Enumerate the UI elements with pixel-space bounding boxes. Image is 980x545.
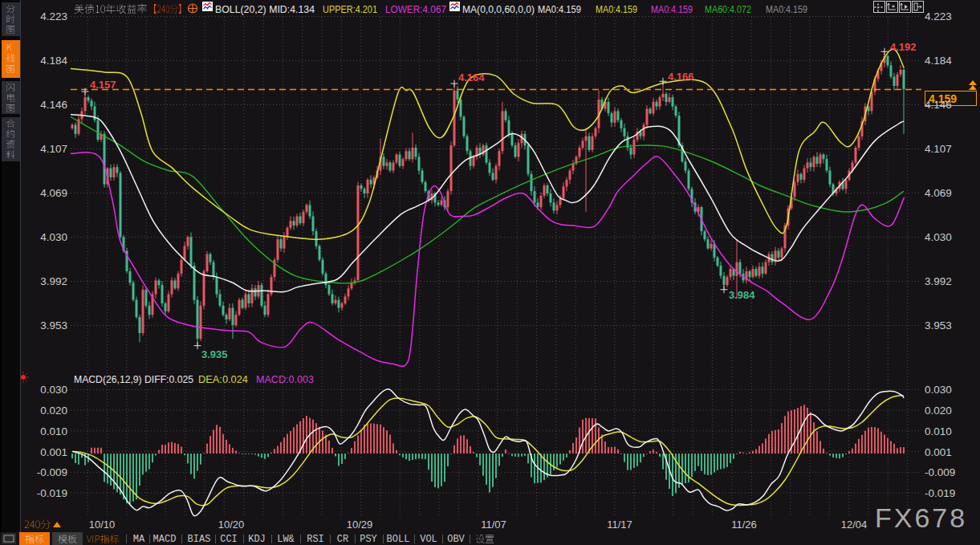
svg-text:BOLL(20,2) MID:4.134: BOLL(20,2) MID:4.134 [215, 3, 315, 15]
svg-text:0.030: 0.030 [40, 384, 67, 396]
svg-text:BIAS: BIAS [188, 534, 211, 545]
svg-text:3.953: 3.953 [925, 319, 952, 331]
svg-text:UPPER:4.201: UPPER:4.201 [323, 3, 377, 15]
svg-text:0.001: 0.001 [40, 446, 67, 458]
svg-text:4.223: 4.223 [925, 10, 952, 22]
svg-text:MA60:4.072: MA60:4.072 [705, 3, 751, 15]
svg-text:OBV: OBV [447, 534, 465, 545]
svg-text:0.020: 0.020 [40, 405, 67, 417]
svg-text:FX678: FX678 [875, 502, 967, 533]
svg-text:4.030: 4.030 [925, 231, 952, 243]
svg-text:4.069: 4.069 [925, 187, 952, 199]
svg-text:4.184: 4.184 [925, 55, 952, 67]
svg-text:-0.009: -0.009 [925, 466, 955, 478]
svg-text:VOL: VOL [420, 534, 437, 545]
svg-text:CCI: CCI [220, 534, 238, 545]
svg-text:KDJ: KDJ [248, 534, 266, 545]
svg-text:4.223: 4.223 [40, 10, 67, 22]
svg-text:MA0:4.159: MA0:4.159 [596, 3, 637, 15]
svg-text:MA0:4.159: MA0:4.159 [651, 3, 693, 15]
svg-text:-0.009: -0.009 [37, 466, 67, 478]
svg-text:4.069: 4.069 [40, 187, 67, 199]
svg-text:MA: MA [133, 534, 145, 545]
svg-text:11/07: 11/07 [481, 519, 506, 531]
svg-text:4.030: 4.030 [40, 231, 67, 243]
svg-text:MA0:4.159: MA0:4.159 [538, 3, 581, 15]
svg-text:4.157: 4.157 [90, 79, 116, 91]
svg-text:LOWER:4.067: LOWER:4.067 [385, 3, 446, 15]
svg-text:11/26: 11/26 [731, 519, 757, 531]
svg-text:4.146: 4.146 [925, 99, 952, 111]
svg-text:4.164: 4.164 [458, 71, 485, 83]
svg-text:4.107: 4.107 [925, 143, 952, 155]
svg-text:DEA:0.024: DEA:0.024 [198, 373, 248, 385]
svg-text:0.001: 0.001 [925, 446, 952, 458]
svg-text:4.184: 4.184 [40, 55, 67, 67]
svg-text:4.146: 4.146 [40, 99, 67, 111]
svg-text:MACD(26,12,9) DIFF:0.025: MACD(26,12,9) DIFF:0.025 [74, 373, 193, 385]
svg-text:RSI: RSI [307, 534, 324, 545]
svg-text:MACD:0.003: MACD:0.003 [256, 373, 314, 385]
svg-text:LW&: LW& [277, 534, 295, 545]
svg-text:3.953: 3.953 [40, 319, 67, 331]
svg-text:10/10: 10/10 [89, 519, 116, 531]
svg-text:4.107: 4.107 [40, 143, 67, 155]
svg-text:10/29: 10/29 [347, 519, 373, 531]
svg-text:3.984: 3.984 [729, 289, 755, 301]
svg-text:MA0:4.159: MA0:4.159 [766, 3, 807, 15]
svg-text:0.010: 0.010 [40, 425, 67, 437]
svg-text:12/04: 12/04 [841, 519, 868, 531]
svg-text:MACD: MACD [153, 534, 177, 545]
svg-text:-0.019: -0.019 [37, 487, 67, 499]
svg-text:11/17: 11/17 [607, 519, 632, 531]
svg-text:PSY: PSY [360, 534, 377, 545]
svg-text:BOLL: BOLL [387, 534, 410, 545]
svg-text:MA(0,0,0,60,0,0): MA(0,0,0,60,0,0) [462, 3, 535, 15]
svg-text:3.992: 3.992 [40, 275, 67, 287]
svg-text:CR: CR [337, 534, 348, 545]
svg-text:0.010: 0.010 [925, 425, 952, 437]
svg-text:3.992: 3.992 [925, 275, 952, 287]
svg-text:4.166: 4.166 [668, 71, 694, 83]
svg-text:3.935: 3.935 [201, 348, 228, 360]
svg-text:0.030: 0.030 [925, 384, 952, 396]
svg-text:4.192: 4.192 [890, 41, 917, 53]
svg-text:0.020: 0.020 [925, 405, 952, 417]
svg-text:10/20: 10/20 [218, 519, 245, 531]
svg-text:-0.019: -0.019 [925, 487, 955, 499]
